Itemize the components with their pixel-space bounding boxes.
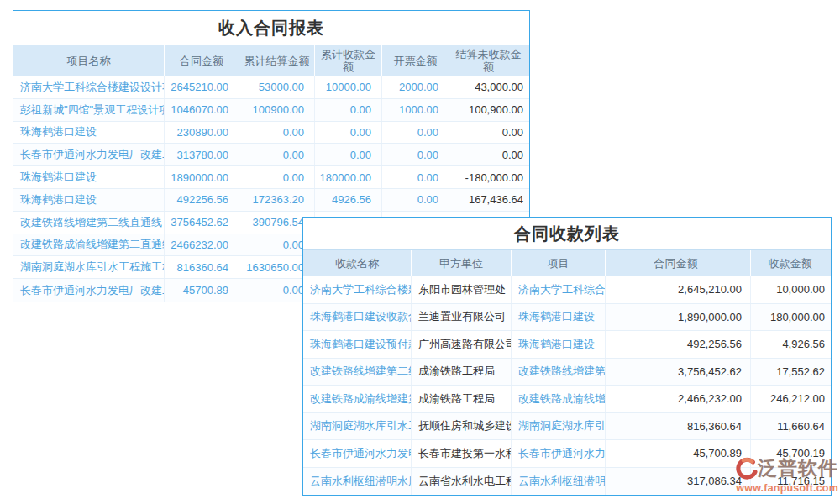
column-header: 甲方单位	[412, 250, 512, 276]
table-cell-link[interactable]: 改建铁路线增建第二...	[512, 359, 606, 386]
table-cell-link[interactable]: 53000.00	[239, 76, 315, 98]
table-cell: 兰迪置业有限公司	[412, 304, 512, 331]
table-cell-link[interactable]: 珠海鹤港口建设	[13, 122, 165, 144]
table-row: 珠海鹤港口建设1890000.000.00180000.000.00-180,0…	[13, 166, 529, 189]
report-table-header-row: 项目名称合同金额累计结算金额累计收款金额开票金额结算未收款金额	[13, 45, 529, 76]
table-cell-link[interactable]: 湖南洞庭湖水库引水...	[512, 413, 606, 440]
table-cell-link[interactable]: 172363.20	[239, 189, 315, 211]
table-cell-link[interactable]: 济南大学工科综合楼建设设计项目	[13, 76, 165, 98]
collection-table-body: 济南大学工科综合楼建...东阳市园林管理处济南大学工科综合楼...2,645,2…	[303, 276, 831, 495]
table-cell-link[interactable]: 改建铁路成渝线增建第...	[303, 386, 412, 412]
table-cell: 0.00	[449, 144, 529, 165]
table-cell-link[interactable]: 0.00	[382, 189, 449, 211]
column-header: 合同金额	[165, 45, 239, 76]
table-cell-link[interactable]: 0.00	[315, 99, 382, 121]
table-cell-link[interactable]: 湖南洞庭湖水库引水工...	[303, 413, 412, 440]
table-cell-link[interactable]: 313780.00	[165, 144, 239, 165]
table-row: 湖南洞庭湖水库引水工...抚顺住房和城乡建设局湖南洞庭湖水库引水...816,3…	[303, 413, 831, 441]
table-cell-link[interactable]: 230890.00	[165, 122, 239, 144]
table-cell-link[interactable]: 济南大学工科综合楼...	[512, 276, 606, 303]
column-header: 收款金额	[751, 250, 831, 276]
table-cell-link[interactable]: 10000.00	[315, 76, 382, 98]
table-cell-link[interactable]: 改建铁路线增建第二线...	[303, 359, 412, 386]
table-cell-link[interactable]: 济南大学工科综合楼建...	[303, 276, 412, 303]
table-cell-link[interactable]: 改建铁路线增建第二线直通线	[13, 212, 165, 234]
column-header: 项目名称	[13, 45, 165, 76]
table-cell: 167,436.64	[449, 189, 529, 211]
table-cell: 43,000.00	[449, 76, 529, 98]
table-cell: 317,086.34	[606, 468, 751, 496]
table-cell-link[interactable]: 0.00	[315, 144, 382, 165]
table-cell-link[interactable]: 改建铁路成渝线增建第二直通线	[13, 234, 165, 256]
table-cell-link[interactable]: 珠海鹤港口建设	[512, 331, 606, 358]
column-header: 开票金额	[382, 45, 449, 76]
table-row: 珠海鹤港口建设预付款广州高速路有限公司珠海鹤港口建设492,256.564,92…	[303, 331, 831, 359]
table-cell: 0.00	[449, 122, 529, 144]
table-cell-link[interactable]: 0.00	[382, 166, 449, 188]
table-cell-link[interactable]: 0.00	[239, 122, 315, 144]
table-cell: 816,360.64	[606, 413, 751, 440]
table-cell-link[interactable]: 0.00	[315, 122, 382, 144]
table-cell-link[interactable]: 长春市伊通河水力发电厂改建工程	[13, 279, 165, 302]
table-cell-link[interactable]: 1000.00	[382, 99, 449, 121]
table-row: 珠海鹤港口建设收款合同兰迪置业有限公司珠海鹤港口建设1,890,000.0018…	[303, 304, 831, 332]
table-cell: 180,000.00	[751, 304, 831, 331]
table-cell-link[interactable]: 珠海鹤港口建设	[512, 304, 606, 331]
table-cell-link[interactable]: 1890000.00	[165, 166, 239, 188]
table-cell: 11,660.64	[751, 413, 831, 440]
table-cell: 长春市建投第一水利...	[412, 440, 512, 467]
table-cell-link[interactable]: 2000.00	[382, 76, 449, 98]
table-row: 彭祖新城"四馆"景观工程设计项目1046070.00100900.000.001…	[13, 99, 529, 122]
table-cell-link[interactable]: 珠海鹤港口建设	[13, 166, 165, 188]
table-cell-link[interactable]: 云南水利枢纽潜明水...	[512, 468, 606, 496]
table-cell: 4,926.56	[751, 331, 831, 358]
table-cell-link[interactable]: 湖南洞庭湖水库引水工程施工标	[13, 256, 165, 278]
table-cell: 2,466,232.00	[606, 386, 751, 412]
column-header: 累计收款金额	[315, 45, 382, 76]
table-cell-link[interactable]: 492256.56	[165, 189, 239, 211]
table-cell-link[interactable]: 0.00	[382, 144, 449, 165]
table-cell-link[interactable]: 3756452.62	[165, 212, 239, 234]
table-cell-link[interactable]: 云南水利枢纽潜明水库...	[303, 468, 412, 496]
column-header: 累计结算金额	[239, 45, 315, 76]
table-cell-link[interactable]: 珠海鹤港口建设预付款	[303, 331, 412, 358]
table-cell-link[interactable]: 彭祖新城"四馆"景观工程设计项目	[13, 99, 165, 121]
table-cell: 246,212.00	[751, 386, 831, 412]
table-cell: 云南省水利水电工程...	[412, 468, 512, 496]
table-cell: 11,716.15	[751, 468, 831, 496]
table-cell: 成渝铁路工程局	[412, 386, 512, 412]
table-cell-link[interactable]: 100900.00	[239, 99, 315, 121]
table-cell-link[interactable]: 4926.56	[315, 189, 382, 211]
table-cell-link[interactable]: 改建铁路成渝线增建...	[512, 386, 606, 412]
table-cell: 492,256.56	[606, 331, 751, 358]
table-cell-link[interactable]: 0.00	[382, 122, 449, 144]
table-cell-link[interactable]: 2466232.00	[165, 234, 239, 256]
table-cell: 广州高速路有限公司	[412, 331, 512, 358]
table-cell-link[interactable]: 0.00	[239, 144, 315, 165]
table-cell-link[interactable]: 0.00	[239, 166, 315, 188]
table-cell: 1,890,000.00	[606, 304, 751, 331]
table-row: 济南大学工科综合楼建设设计项目2645210.0053000.0010000.0…	[13, 76, 529, 99]
page: 收入合同报表 项目名称合同金额累计结算金额累计收款金额开票金额结算未收款金额 济…	[0, 0, 840, 504]
table-cell-link[interactable]: 珠海鹤港口建设	[13, 189, 165, 211]
table-cell: 17,552.62	[751, 359, 831, 386]
table-cell: 10,000.00	[751, 276, 831, 303]
table-row: 云南水利枢纽潜明水库...云南省水利水电工程...云南水利枢纽潜明水...317…	[303, 468, 831, 496]
table-cell-link[interactable]: 816360.64	[165, 256, 239, 278]
table-cell-link[interactable]: 45700.89	[165, 279, 239, 302]
table-cell-link[interactable]: 长春市伊通河水力发电厂改建工程	[13, 144, 165, 165]
column-header: 合同金额	[606, 250, 751, 276]
collection-table-header-row: 收款名称甲方单位项目合同金额收款金额	[303, 249, 831, 276]
table-cell-link[interactable]: 长春市伊通河水力发...	[512, 440, 606, 467]
table-cell-link[interactable]: 珠海鹤港口建设收款合同	[303, 304, 412, 331]
column-header: 收款名称	[303, 250, 412, 276]
table-cell-link[interactable]: 长春市伊通河水力发电...	[303, 440, 412, 467]
contract-collection-list-panel: 合同收款列表 收款名称甲方单位项目合同金额收款金额 济南大学工科综合楼建...东…	[302, 217, 832, 496]
report-table-title: 收入合同报表	[13, 11, 529, 45]
table-cell-link[interactable]: 1046070.00	[165, 99, 239, 121]
table-cell: 2,645,210.00	[606, 276, 751, 303]
table-row: 改建铁路成渝线增建第...成渝铁路工程局改建铁路成渝线增建...2,466,23…	[303, 386, 831, 413]
table-cell-link[interactable]: 180000.00	[315, 166, 382, 188]
table-cell: 100,900.00	[449, 99, 529, 121]
table-cell-link[interactable]: 2645210.00	[165, 76, 239, 98]
